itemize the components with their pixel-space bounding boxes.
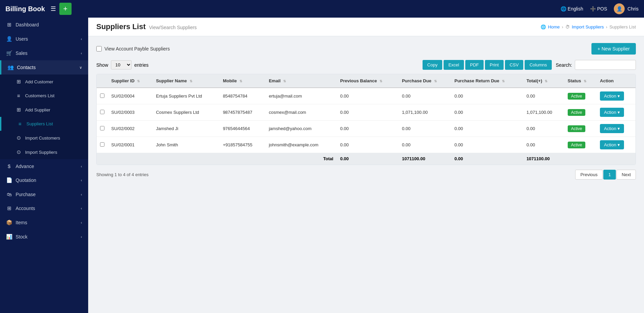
main-content: Suppliers List View/Search Suppliers 🌐 H…	[88, 18, 644, 313]
cell-total: 0.00	[523, 88, 564, 104]
chevron-icon: ‹	[81, 178, 82, 182]
page-header: Suppliers List View/Search Suppliers 🌐 H…	[88, 18, 644, 36]
topnav-right: 🌐 English ➕ POS 👤 Chris	[561, 3, 639, 14]
next-button[interactable]: Next	[617, 170, 636, 180]
cell-mobile: +91857584755	[219, 137, 266, 153]
excel-button[interactable]: Excel	[444, 60, 464, 70]
sidebar-item-customers-list[interactable]: ≡ Customers List	[0, 89, 88, 103]
cell-supplier-id: SU/02/0003	[108, 104, 153, 121]
row-checkbox[interactable]	[100, 110, 104, 114]
avatar: 👤	[614, 3, 625, 14]
sidebar-item-quotation[interactable]: 📄 Quotation ‹	[0, 173, 88, 187]
action-button[interactable]: Action ▾	[600, 91, 624, 101]
add-new-button[interactable]: +	[59, 3, 72, 15]
cell-email: johnsmith@example.com	[266, 137, 337, 153]
col-supplier-id: Supplier ID ⇅	[108, 74, 153, 88]
view-account-label[interactable]: View Account Payble Suppliers	[96, 46, 170, 51]
chevron-icon: ‹	[81, 235, 82, 239]
col-total: Total(+) ⇅	[523, 74, 564, 88]
copy-button[interactable]: Copy	[423, 60, 442, 70]
sidebar: ⊞ Dashboard 👤 Users ‹ 🛒 Sales ‹ 👥 Contac…	[0, 18, 88, 313]
row-checkbox[interactable]	[100, 142, 104, 147]
breadcrumb-home[interactable]: Home	[548, 24, 560, 29]
footer-total-total: 1071100.00	[523, 153, 564, 165]
cell-prev-balance: 0.00	[337, 88, 398, 104]
sidebar-item-add-supplier[interactable]: ⊞ Add Supplier	[0, 103, 88, 117]
breadcrumb-import[interactable]: Import Suppliers	[572, 24, 604, 29]
pdf-button[interactable]: PDF	[465, 60, 484, 70]
search-input[interactable]	[575, 60, 636, 70]
breadcrumb-sep2: ›	[606, 24, 607, 29]
hamburger-button[interactable]: ☰	[51, 5, 56, 13]
cell-supplier-name: Jamshed Ji	[153, 121, 219, 137]
sidebar-item-label: Import Customers	[25, 135, 60, 141]
sidebar-item-import-suppliers[interactable]: ⊙ Import Suppliers	[0, 145, 88, 159]
sidebar-item-suppliers-list[interactable]: ≡ Suppliers List	[0, 117, 88, 131]
sidebar-item-add-customer[interactable]: ⊞ Add Customer	[0, 75, 88, 89]
table-row: SU/02/0002 Jamshed Ji 97654644564 jamshe…	[97, 121, 636, 137]
columns-button[interactable]: Columns	[525, 60, 551, 70]
row-checkbox[interactable]	[100, 93, 104, 98]
list-icon: ⊞	[16, 79, 22, 85]
cell-supplier-name: Ertuja Suppliers Pvt Ltd	[153, 88, 219, 104]
footer-purchase-due-total: 1071100.00	[398, 153, 451, 165]
table-row: SU/02/0003 Cosmex Suppliers Ltd 98745787…	[97, 104, 636, 121]
new-supplier-button[interactable]: + New Supplier	[591, 43, 636, 55]
cell-mobile: 987457875487	[219, 104, 266, 121]
sidebar-item-dashboard[interactable]: ⊞ Dashboard	[0, 18, 88, 32]
page-title-area: Suppliers List View/Search Suppliers	[96, 22, 197, 31]
sidebar-item-stock[interactable]: 📊 Stock ‹	[0, 230, 88, 244]
pos-button[interactable]: ➕ POS	[590, 6, 607, 12]
sidebar-item-label: Purchase	[16, 192, 36, 197]
user-menu[interactable]: 👤 Chris	[614, 3, 639, 14]
cell-prev-balance: 0.00	[337, 104, 398, 121]
sidebar-item-label: Dashboard	[16, 22, 39, 27]
col-purchase-return-due: Purchase Return Due ⇅	[451, 74, 523, 88]
search-area: Search:	[556, 60, 636, 70]
sidebar-item-contacts[interactable]: 👥 Contacts ∨	[0, 60, 88, 75]
status-badge: Active	[568, 125, 586, 132]
purchase-icon: 🛍	[6, 191, 12, 197]
language-selector[interactable]: 🌐 English	[561, 6, 583, 12]
stock-icon: 📊	[6, 234, 12, 240]
sidebar-item-users[interactable]: 👤 Users ‹	[0, 32, 88, 46]
cell-purchase-due: 0.00	[398, 88, 451, 104]
advance-icon: $	[6, 163, 12, 169]
col-email: Email ⇅	[266, 74, 337, 88]
csv-button[interactable]: CSV	[505, 60, 524, 70]
sidebar-item-accounts[interactable]: ⊞ Accounts ‹	[0, 201, 88, 215]
cell-purchase-return-due: 0.00	[451, 121, 523, 137]
footer-purchase-return-due-total: 0.00	[451, 153, 523, 165]
action-button[interactable]: Action ▾	[600, 140, 624, 149]
table-footer-row: Total 0.00 1071100.00 0.00 1071100.00	[97, 153, 636, 165]
sidebar-item-advance[interactable]: $ Advance ‹	[0, 159, 88, 173]
sidebar-item-purchase[interactable]: 🛍 Purchase ‹	[0, 187, 88, 201]
cell-purchase-return-due: 0.00	[451, 137, 523, 153]
add-icon: ⊞	[16, 107, 22, 113]
page-title: Suppliers List	[96, 22, 145, 31]
previous-button[interactable]: Previous	[575, 170, 603, 180]
page-1-button[interactable]: 1	[603, 170, 616, 180]
sidebar-item-sales[interactable]: 🛒 Sales ‹	[0, 46, 88, 60]
cell-status: Active	[564, 137, 597, 153]
sidebar-item-label: Customers List	[25, 93, 55, 98]
row-checkbox[interactable]	[100, 126, 104, 130]
show-label: Show	[96, 62, 108, 68]
cell-purchase-return-due: 0.00	[451, 88, 523, 104]
entries-select[interactable]: 10 25 50 100	[111, 60, 132, 69]
sidebar-item-import-customers[interactable]: ⊙ Import Customers	[0, 131, 88, 145]
show-entries: Show 10 25 50 100 entries	[96, 60, 149, 69]
entries-label: entries	[134, 62, 149, 68]
cell-mobile: 8548754784	[219, 88, 266, 104]
plus-square-icon: ➕	[590, 6, 596, 12]
view-account-checkbox[interactable]	[96, 46, 102, 51]
print-button[interactable]: Print	[485, 60, 504, 70]
cell-purchase-due: 0.00	[398, 137, 451, 153]
sidebar-item-items[interactable]: 📦 Items ‹	[0, 215, 88, 230]
action-button[interactable]: Action ▾	[600, 124, 624, 133]
cell-total: 1,071,100.00	[523, 104, 564, 121]
col-prev-balance: Previous Balance ⇅	[337, 74, 398, 88]
footer-total-label: Total	[266, 153, 337, 165]
sidebar-item-label: Stock	[16, 234, 27, 239]
action-button[interactable]: Action ▾	[600, 108, 624, 117]
